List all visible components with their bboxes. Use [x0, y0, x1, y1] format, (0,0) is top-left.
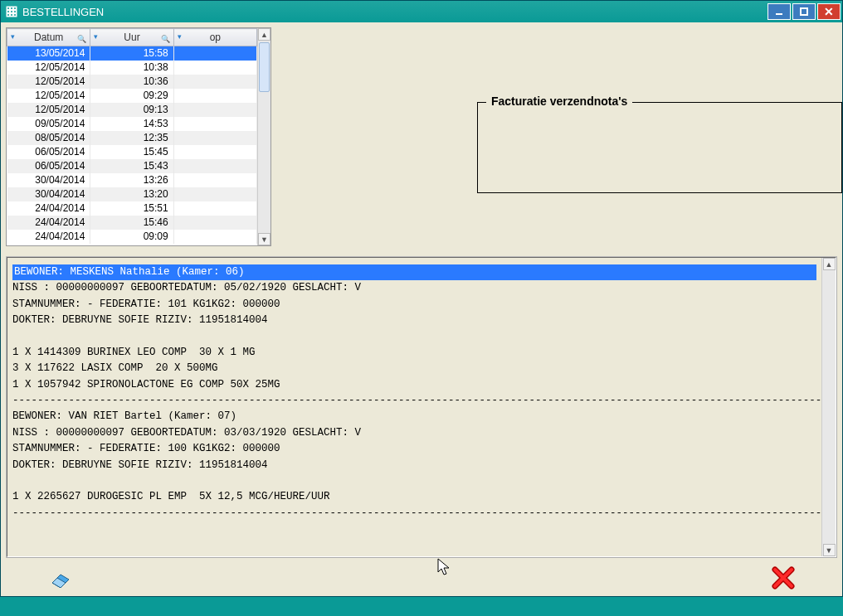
filter-icon[interactable]: 🔍	[77, 35, 86, 43]
cell-uur[interactable]: 14:53	[90, 117, 173, 131]
table-row[interactable]: 06/05/201415:45	[7, 145, 257, 159]
window-title: BESTELLINGEN	[22, 6, 104, 18]
column-header-op[interactable]: ▾ op	[173, 29, 256, 46]
column-header-label: Datum	[34, 32, 63, 43]
cell-uur[interactable]: 09:29	[90, 89, 173, 103]
cell-op[interactable]	[173, 230, 256, 244]
cell-datum[interactable]: 30/04/2014	[7, 173, 90, 187]
table-row[interactable]: 13/05/201415:58	[7, 46, 257, 61]
cell-datum[interactable]: 08/05/2014	[7, 131, 90, 145]
cell-uur[interactable]: 10:36	[90, 75, 173, 89]
svg-point-3	[14, 7, 16, 9]
svg-point-7	[7, 14, 9, 16]
cell-uur[interactable]: 15:45	[90, 145, 173, 159]
grid-scrollbar[interactable]: ▲ ▼	[257, 28, 270, 245]
cell-op[interactable]	[173, 61, 256, 75]
detail-line: STAMNUMMER: - FEDERATIE: 101 KG1KG2: 000…	[12, 298, 280, 310]
cell-op[interactable]	[173, 117, 256, 131]
cell-uur[interactable]: 13:20	[90, 187, 173, 201]
cell-datum[interactable]: 12/05/2014	[7, 75, 90, 89]
sort-indicator-icon: ▾	[11, 32, 15, 41]
maximize-button[interactable]	[792, 3, 816, 20]
order-detail-text[interactable]: BEWONER: MESKENS Nathalie (Kamer: 06)NIS…	[7, 258, 821, 556]
scroll-up-arrow-icon[interactable]: ▲	[823, 258, 836, 270]
cell-datum[interactable]: 13/05/2014	[7, 46, 90, 61]
cell-datum[interactable]: 24/04/2014	[7, 216, 90, 230]
detail-scrollbar[interactable]: ▲ ▼	[821, 258, 836, 556]
cell-op[interactable]	[173, 201, 256, 216]
order-detail-panel: BEWONER: MESKENS Nathalie (Kamer: 06)NIS…	[6, 256, 837, 558]
minimize-button[interactable]	[767, 3, 791, 20]
erase-button[interactable]	[24, 564, 95, 592]
column-header-datum[interactable]: ▾ Datum 🔍	[7, 29, 90, 46]
cell-uur[interactable]: 10:38	[90, 61, 173, 75]
table-row[interactable]: 12/05/201410:36	[7, 75, 257, 89]
close-button[interactable]: ✕	[817, 3, 841, 20]
cell-op[interactable]	[173, 159, 256, 173]
table-row[interactable]: 24/04/201415:51	[7, 201, 257, 216]
column-header-label: op	[210, 32, 221, 43]
footer-toolbar	[1, 560, 842, 596]
cell-uur[interactable]: 09:13	[90, 103, 173, 117]
svg-point-6	[14, 11, 16, 12]
app-icon	[6, 6, 17, 17]
table-row[interactable]: 30/04/201413:20	[7, 187, 257, 201]
cell-uur[interactable]: 15:46	[90, 216, 173, 230]
cell-uur[interactable]: 15:43	[90, 159, 173, 173]
column-header-uur[interactable]: ▾ Uur 🔍	[90, 29, 173, 46]
svg-point-8	[11, 14, 12, 16]
scroll-down-arrow-icon[interactable]: ▼	[258, 233, 270, 245]
sort-indicator-icon: ▾	[178, 32, 182, 41]
table-row[interactable]: 30/04/201413:26	[7, 173, 257, 187]
table-row[interactable]: 06/05/201415:43	[7, 159, 257, 173]
cell-datum[interactable]: 12/05/2014	[7, 61, 90, 75]
scroll-thumb[interactable]	[259, 42, 270, 92]
scroll-down-arrow-icon[interactable]: ▼	[823, 544, 836, 556]
cell-datum[interactable]: 12/05/2014	[7, 89, 90, 103]
svg-point-1	[7, 7, 9, 9]
cell-op[interactable]	[173, 187, 256, 201]
svg-rect-11	[801, 8, 807, 15]
table-row[interactable]: 24/04/201415:46	[7, 216, 257, 230]
eraser-icon	[47, 568, 72, 588]
sort-indicator-icon: ▾	[94, 32, 98, 41]
cell-op[interactable]	[173, 103, 256, 117]
detail-line: 1 X 1057942 SPIRONOLACTONE EG COMP 50X 2…	[12, 379, 280, 390]
orders-grid[interactable]: ▾ Datum 🔍 ▾ Uur 🔍 ▾	[6, 27, 271, 246]
cell-datum[interactable]: 09/05/2014	[7, 117, 90, 131]
cell-uur[interactable]: 09:09	[90, 230, 173, 244]
cell-op[interactable]	[173, 75, 256, 89]
cell-uur[interactable]: 15:58	[90, 46, 173, 61]
facturatie-verzendnotas-group: Facturatie verzendnota's	[477, 102, 842, 193]
cell-datum[interactable]: 06/05/2014	[7, 145, 90, 159]
cell-datum[interactable]: 30/04/2014	[7, 187, 90, 201]
detail-line: NISS : 00000000097 GEBOORTEDATUM: 03/03/…	[12, 427, 361, 439]
cell-datum[interactable]: 24/04/2014	[7, 201, 90, 216]
svg-rect-10	[776, 13, 782, 15]
cell-op[interactable]	[173, 216, 256, 230]
filter-icon[interactable]: 🔍	[161, 35, 170, 43]
cell-uur[interactable]: 15:51	[90, 201, 173, 216]
cell-datum[interactable]: 12/05/2014	[7, 103, 90, 117]
cell-op[interactable]	[173, 145, 256, 159]
detail-line: DOKTER: DEBRUYNE SOFIE RIZIV: 1195181400…	[12, 314, 268, 326]
table-row[interactable]: 09/05/201414:53	[7, 117, 257, 131]
table-row[interactable]: 12/05/201409:13	[7, 103, 257, 117]
table-row[interactable]: 24/04/201409:09	[7, 230, 257, 244]
table-row[interactable]: 08/05/201412:35	[7, 131, 257, 145]
table-row[interactable]: 12/05/201410:38	[7, 61, 257, 75]
table-row[interactable]: 12/05/201409:29	[7, 89, 257, 103]
scroll-up-arrow-icon[interactable]: ▲	[258, 28, 270, 41]
cell-op[interactable]	[173, 89, 256, 103]
cancel-button[interactable]	[748, 564, 819, 592]
cell-op[interactable]	[173, 46, 256, 61]
cell-op[interactable]	[173, 131, 256, 145]
cell-uur[interactable]: 12:35	[90, 131, 173, 145]
cell-op[interactable]	[173, 173, 256, 187]
cell-datum[interactable]: 06/05/2014	[7, 159, 90, 173]
svg-point-2	[11, 7, 12, 9]
cell-uur[interactable]: 13:26	[90, 173, 173, 187]
cell-datum[interactable]: 24/04/2014	[7, 230, 90, 244]
titlebar[interactable]: BESTELLINGEN ✕	[1, 1, 842, 22]
detail-highlight-line[interactable]: BEWONER: MESKENS Nathalie (Kamer: 06)	[12, 264, 816, 280]
